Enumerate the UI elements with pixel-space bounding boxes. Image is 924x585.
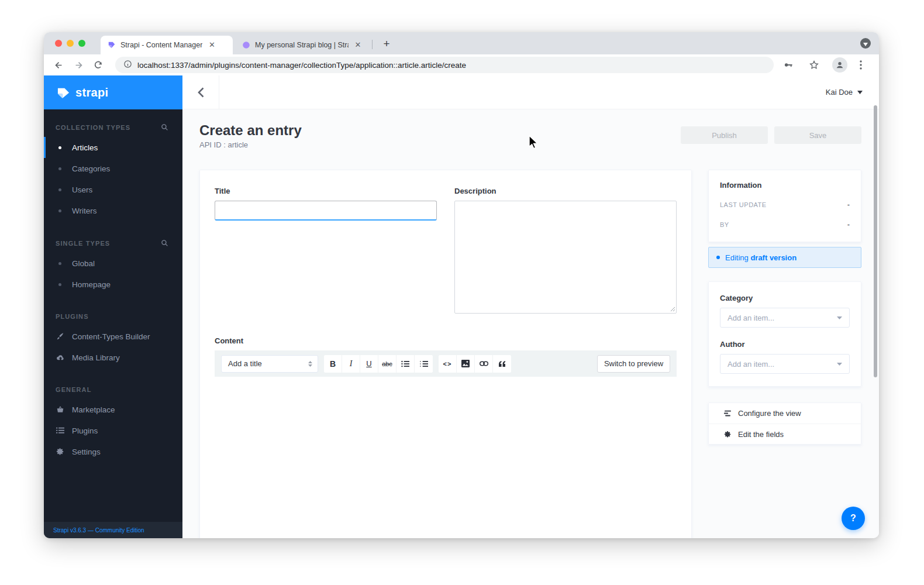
sidebar-item-marketplace[interactable]: Marketplace — [44, 399, 182, 420]
sidebar-item-articles[interactable]: Articles — [44, 137, 182, 158]
browser-actions — [781, 57, 873, 73]
heading-select[interactable]: Add a title — [221, 355, 318, 373]
sidebar-item-label: Homepage — [72, 280, 111, 289]
sidebar-version-footer[interactable]: Strapi v3.6.3 — Community Edition — [44, 522, 182, 538]
code-button[interactable]: <> — [439, 355, 457, 373]
description-textarea[interactable] — [454, 201, 677, 314]
layout-sliders-icon — [723, 410, 732, 417]
chevron-down-icon — [857, 91, 863, 94]
chevron-down-icon — [837, 316, 842, 319]
sidebar-item-homepage[interactable]: Homepage — [44, 274, 182, 295]
sidebar-item-label: Writers — [72, 207, 97, 215]
strapi-logo-icon — [57, 86, 70, 99]
forward-button[interactable] — [71, 57, 86, 73]
gear-icon — [56, 448, 65, 456]
editor-body[interactable] — [215, 377, 677, 538]
password-key-icon[interactable] — [781, 57, 796, 73]
sidebar-item-global[interactable]: Global — [44, 253, 182, 274]
sidebar-item-content-types-builder[interactable]: Content-Types Builder — [44, 326, 182, 347]
tab-strip: Strapi - Content Manager ✕ My personal S… — [44, 32, 879, 54]
bookmark-star-icon[interactable] — [806, 57, 822, 73]
user-menu[interactable]: Kai Doe — [826, 88, 863, 97]
entry-form-card: Title Description — [199, 170, 692, 538]
editor-toolbar: Add a title B I U — [215, 350, 677, 377]
bold-button[interactable]: B — [324, 355, 342, 373]
blockquote-button[interactable] — [493, 355, 511, 373]
scrollbar-thumb[interactable] — [874, 105, 877, 377]
sidebar-item-plugins[interactable]: Plugins — [44, 420, 182, 441]
tab-personal-blog[interactable]: My personal Strapi blog | Strap ✕ — [235, 36, 370, 54]
search-icon[interactable] — [161, 239, 168, 247]
draft-dot-icon — [716, 256, 720, 259]
traffic-lights — [55, 40, 85, 47]
sidebar-item-media-library[interactable]: Media Library — [44, 347, 182, 368]
basket-icon — [56, 405, 65, 414]
cloud-upload-icon — [56, 353, 65, 362]
list-icon — [56, 427, 65, 434]
strapi-logo[interactable]: strapi — [44, 75, 182, 109]
author-select[interactable]: Add an item... — [720, 354, 850, 374]
sidebar-item-label: Articles — [72, 143, 98, 152]
sidebar-item-label: Media Library — [72, 353, 120, 362]
browser-menu-icon[interactable] — [853, 57, 868, 73]
ordered-list-button[interactable] — [415, 355, 433, 373]
edit-fields-link[interactable]: Edit the fields — [708, 424, 861, 445]
description-field-label: Description — [454, 187, 677, 195]
minimize-window-button[interactable] — [67, 40, 74, 47]
address-bar[interactable]: localhost:1337/admin/plugins/content-man… — [115, 57, 774, 73]
help-button[interactable]: ? — [842, 507, 865, 530]
title-input[interactable] — [215, 201, 437, 221]
sidebar-item-label: Settings — [72, 448, 101, 456]
close-window-button[interactable] — [55, 40, 62, 47]
section-collection-types: COLLECTION TYPES Articles Categories Use… — [44, 123, 182, 221]
browser-profile-avatar[interactable] — [832, 57, 847, 73]
save-button[interactable]: Save — [774, 126, 861, 144]
sidebar-item-label: Marketplace — [72, 405, 115, 414]
tab-strapi-content-manager[interactable]: Strapi - Content Manager ✕ — [101, 36, 233, 54]
italic-button[interactable]: I — [342, 355, 360, 373]
new-tab-button[interactable]: + — [379, 36, 394, 51]
site-info-icon[interactable] — [123, 60, 132, 71]
bullet-icon — [58, 209, 61, 212]
link-button[interactable] — [475, 355, 493, 373]
author-placeholder: Add an item... — [728, 360, 774, 369]
content-field-label: Content — [215, 336, 677, 345]
insert-button-group: <> — [439, 355, 511, 373]
stepper-arrows-icon — [308, 361, 312, 367]
back-button[interactable] — [51, 57, 66, 73]
reload-button[interactable] — [91, 57, 106, 73]
tab-close-icon[interactable]: ✕ — [207, 40, 216, 50]
bullet-icon — [58, 283, 61, 286]
by-label: BY — [720, 221, 729, 228]
publish-button[interactable]: Publish — [681, 126, 768, 144]
bullet-list-button[interactable] — [397, 355, 415, 373]
category-select[interactable]: Add an item... — [720, 308, 850, 328]
underline-button[interactable]: U — [360, 355, 378, 373]
sidebar-item-writers[interactable]: Writers — [44, 200, 182, 221]
main-area: Kai Doe Create an entry API ID : article… — [182, 75, 879, 538]
sidebar-item-label: Global — [72, 259, 95, 268]
search-icon[interactable] — [161, 123, 168, 131]
quote-icon — [498, 361, 506, 367]
page-title: Create an entry — [199, 122, 302, 139]
back-chevron-button[interactable] — [182, 75, 219, 109]
sidebar: strapi COLLECTION TYPES Articles Categor… — [44, 75, 182, 538]
brush-icon — [56, 332, 65, 340]
version-label: Strapi v3.6.3 — Community Edition — [53, 527, 144, 534]
downloads-button[interactable] — [860, 38, 871, 49]
tab-title: Strapi - Content Manager — [120, 41, 202, 49]
sidebar-item-users[interactable]: Users — [44, 179, 182, 200]
sidebar-item-categories[interactable]: Categories — [44, 158, 182, 179]
bullet-icon — [58, 146, 61, 149]
format-button-group: B I U abc — [324, 355, 433, 373]
by-value: - — [847, 220, 850, 229]
image-button[interactable] — [457, 355, 475, 373]
bullet-icon — [58, 167, 61, 170]
configure-view-link[interactable]: Configure the view — [708, 402, 861, 424]
switch-to-preview-button[interactable]: Switch to preview — [597, 355, 670, 373]
strikethrough-button[interactable]: abc — [378, 355, 397, 373]
sidebar-item-settings[interactable]: Settings — [44, 441, 182, 462]
category-placeholder: Add an item... — [728, 314, 774, 322]
tab-close-icon[interactable]: ✕ — [353, 40, 363, 50]
zoom-window-button[interactable] — [78, 40, 85, 47]
